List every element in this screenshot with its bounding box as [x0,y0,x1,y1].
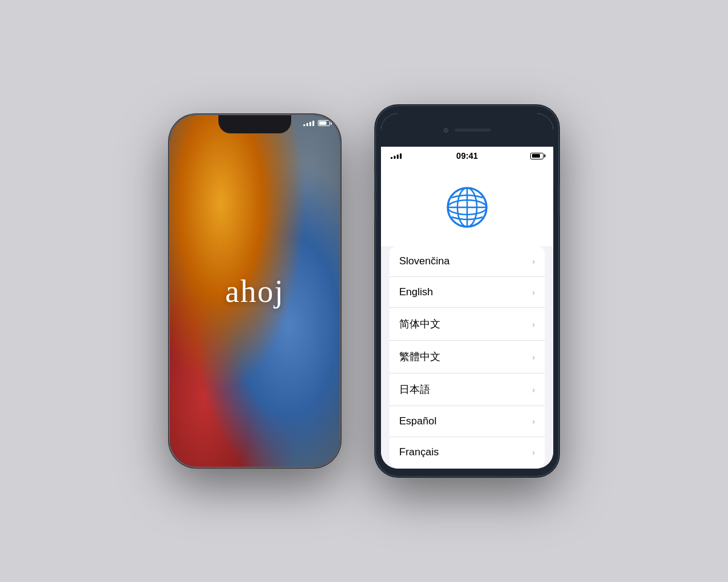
language-name-slovenčina: Slovenčina [399,255,450,267]
battery-fill [319,121,326,125]
language-item-english[interactable]: English › [389,277,545,308]
chevron-icon-slovenčina: › [532,256,535,266]
language-item-simplified-chinese[interactable]: 简体中文 › [389,308,545,341]
battery-fill-right [532,154,541,158]
signal-bar-3 [309,122,311,126]
status-bar-right: 09:41 [381,147,553,165]
chevron-icon-english: › [532,287,535,297]
chevron-icon-traditional-chinese: › [532,352,535,362]
front-camera [443,128,448,133]
language-name-english: English [399,286,433,298]
signal-bar-2 [394,156,396,159]
language-list: Slovenčina › English › 简体中文 › 繁體中文 › 日本語 [381,246,553,469]
signal-bar-1 [391,157,393,159]
right-phone-power-button[interactable] [558,185,560,215]
left-phone-screen: ahoj [170,115,340,467]
time-display: 09:41 [456,151,478,161]
chevron-icon-spanish: › [532,416,535,426]
battery-status [530,153,544,159]
language-name-spanish: Español [399,415,436,427]
signal-bar-2 [306,123,308,126]
language-item-slovenčina[interactable]: Slovenčina › [389,246,545,277]
notch [218,115,291,133]
globe-icon [443,183,491,232]
language-name-japanese: 日本語 [399,383,430,396]
battery-icon-right [530,153,544,159]
top-bezel [381,113,553,147]
signal-bar-4 [312,121,314,126]
right-phone-volume-down-button[interactable] [374,200,377,219]
battery-icon [318,120,330,126]
signal-bar-1 [303,124,305,126]
chevron-icon-simplified-chinese: › [532,319,535,329]
speaker [454,129,491,132]
language-item-traditional-chinese[interactable]: 繁體中文 › [389,341,545,373]
wallpaper: ahoj [170,115,340,467]
language-name-traditional-chinese: 繁體中文 [399,350,440,364]
globe-area [381,165,553,246]
language-item-spanish[interactable]: Español › [389,406,545,437]
greeting-text: ahoj [225,273,285,309]
right-phone-volume-up-button[interactable] [374,173,377,192]
signal-bar-3 [397,155,399,159]
signal-strength [391,153,402,159]
language-name-simplified-chinese: 简体中文 [399,317,440,331]
signal-bar-4 [400,153,402,159]
right-phone: 09:41 [376,106,558,476]
right-phone-screen: 09:41 [381,113,553,469]
chevron-icon-japanese: › [532,385,535,395]
language-item-french[interactable]: Français › [389,437,545,467]
language-item-japanese[interactable]: 日本語 › [389,373,545,406]
status-bar-left [303,120,330,126]
left-phone: ahoj [170,115,340,467]
signal-icon [303,121,314,126]
signal-icon-right [391,153,402,159]
chevron-icon-french: › [532,447,535,457]
language-name-french: Français [399,446,439,458]
language-list-section: Slovenčina › English › 简体中文 › 繁體中文 › 日本語 [389,246,545,467]
